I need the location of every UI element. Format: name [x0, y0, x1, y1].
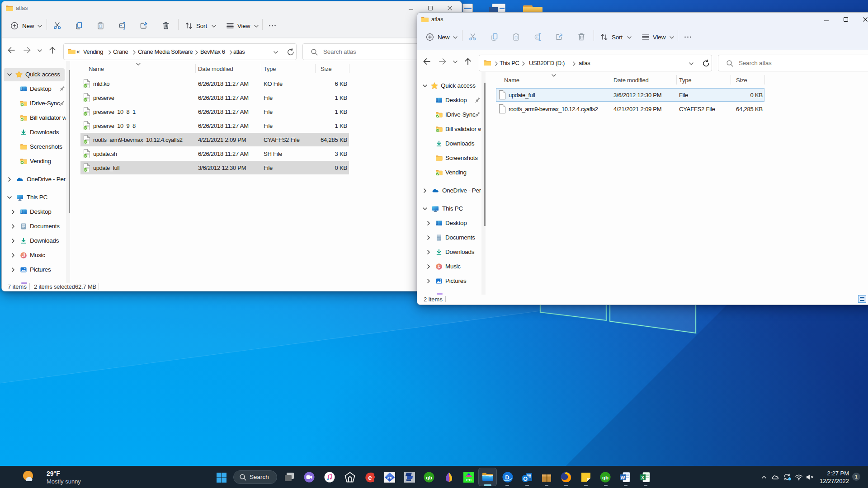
svg-text:qb: qb — [602, 475, 609, 480]
svg-text:W: W — [621, 475, 625, 480]
svg-text:PTI: PTI — [387, 477, 393, 480]
svg-text:qb: qb — [426, 475, 432, 480]
svg-text:D: D — [505, 474, 509, 481]
svg-text:X: X — [641, 475, 644, 480]
svg-text:O: O — [523, 476, 528, 482]
svg-text:PTI: PTI — [466, 478, 472, 482]
svg-text:e: e — [368, 474, 372, 481]
